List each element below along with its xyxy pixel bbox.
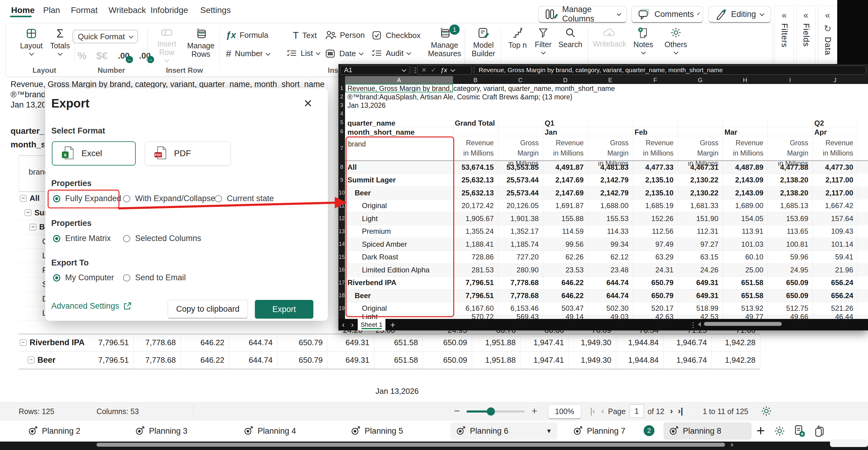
data-cell[interactable]: 49.14: [541, 315, 584, 319]
totals-button[interactable]: Σ Totals: [46, 27, 73, 56]
data-cell[interactable]: 644.74: [586, 289, 628, 302]
data-cell[interactable]: 1,352.17: [496, 225, 539, 238]
quick-format-dropdown[interactable]: Quick Format: [73, 30, 138, 43]
tab-planning-8[interactable]: Planning 8: [663, 422, 752, 440]
bottom-row-label[interactable]: Riverbend IPA: [30, 334, 85, 351]
data-cell[interactable]: 2,147.69: [541, 186, 584, 199]
close-icon[interactable]: ✕: [303, 97, 312, 110]
data-cell[interactable]: 153.69: [766, 212, 808, 225]
radio-entire-matrix[interactable]: Entire Matrix: [53, 234, 111, 243]
insert-row-button[interactable]: Insert Row: [151, 27, 183, 62]
data-cell[interactable]: 59.96: [766, 251, 808, 263]
tab-planning-2[interactable]: Planning 2: [23, 422, 99, 440]
data-cell[interactable]: 2,130.22: [676, 186, 718, 199]
next-page-button[interactable]: ›: [670, 406, 673, 416]
data-cell[interactable]: 651.58: [721, 276, 763, 289]
data-cell[interactable]: 100.81: [766, 238, 808, 251]
menu-item-plan[interactable]: Plan: [43, 5, 60, 15]
data-cell[interactable]: 649.31: [676, 276, 718, 289]
data-cell[interactable]: 650.09: [766, 289, 808, 302]
row-number-16[interactable]: 16: [338, 263, 345, 276]
data-cell[interactable]: 25,573.44: [496, 186, 539, 199]
data-cell[interactable]: 280.90: [496, 263, 539, 276]
data-cell[interactable]: 24.26: [676, 263, 718, 276]
data-cell[interactable]: 2,142.79: [586, 174, 628, 186]
data-cell[interactable]: 570.72: [452, 315, 494, 319]
comments-button[interactable]: Comments: [631, 6, 703, 23]
data-cell[interactable]: 113.65: [766, 225, 808, 238]
data-cell[interactable]: 49.66: [766, 315, 808, 319]
data-cell[interactable]: 99.56: [541, 238, 584, 251]
data-cell[interactable]: 2,135.10: [631, 186, 674, 199]
row-number-13[interactable]: 13: [338, 225, 345, 238]
data-cell[interactable]: 97.49: [631, 238, 674, 251]
data-cell[interactable]: 4,467.31: [676, 161, 718, 174]
column-header-H[interactable]: H: [723, 76, 768, 84]
data-cell[interactable]: 63.15: [676, 251, 718, 263]
zoom-in-button[interactable]: +: [531, 405, 537, 417]
data-cell[interactable]: 25,573.44: [496, 174, 539, 186]
radio-current-state[interactable]: Current state: [215, 194, 274, 203]
notes-button[interactable]: Notes: [629, 27, 657, 55]
data-cell[interactable]: 1,185.74: [496, 238, 539, 251]
data-cell[interactable]: 42.53: [676, 315, 718, 319]
date-button[interactable]: Date: [325, 48, 363, 59]
formula-input[interactable]: Revenue, Gross Margin by brand, category…: [474, 65, 866, 75]
row-number-7[interactable]: 7: [338, 136, 345, 161]
data-cell[interactable]: 649.31: [676, 289, 718, 302]
cancel-icon[interactable]: ✕: [421, 66, 427, 74]
advanced-settings-link[interactable]: Advanced Settings: [51, 302, 132, 311]
tab-dropdown-caret-icon[interactable]: ▼: [546, 428, 552, 434]
panel-tab-filters[interactable]: «Filters: [775, 5, 794, 73]
prev-sheet-button[interactable]: ‹: [342, 320, 345, 330]
radio-with-expand-collapse[interactable]: With Expand/Collapse: [123, 194, 215, 203]
menu-item-home[interactable]: Home: [11, 5, 35, 15]
status-gear-icon[interactable]: [761, 405, 772, 417]
data-cell[interactable]: 20,172.42: [452, 199, 494, 212]
text-button[interactable]: T Text: [293, 30, 317, 41]
data-cell[interactable]: 154.05: [721, 212, 763, 225]
data-cell[interactable]: 151.90: [676, 212, 718, 225]
data-cell[interactable]: 4,487.89: [721, 161, 763, 174]
list-button[interactable]: List: [286, 48, 320, 58]
column-header-C[interactable]: C: [498, 76, 543, 84]
data-cell[interactable]: 727.20: [496, 251, 539, 263]
increase-decimal-button[interactable]: .00 →: [139, 51, 151, 61]
data-cell[interactable]: 646.22: [541, 289, 584, 302]
data-cell[interactable]: 49.03: [586, 315, 628, 319]
data-cell[interactable]: 1,688.00: [586, 199, 628, 212]
zoom-level[interactable]: 100%: [548, 404, 581, 419]
data-cell[interactable]: 7,778.68: [496, 276, 539, 289]
data-cell[interactable]: 1,681.33: [676, 199, 718, 212]
column-header-B[interactable]: B: [453, 76, 498, 84]
row-number-19[interactable]: 19: [338, 302, 345, 315]
data-cell[interactable]: 59.41: [811, 251, 853, 263]
row-number-5[interactable]: 5: [338, 118, 345, 127]
percent-icon[interactable]: %: [78, 50, 87, 62]
data-cell[interactable]: 281.53: [452, 263, 494, 276]
data-cell[interactable]: 4,491.87: [541, 161, 584, 174]
collapse-box-icon[interactable]: −: [25, 209, 31, 216]
row-number-1[interactable]: 1: [338, 84, 345, 92]
data-cell[interactable]: 62.26: [541, 251, 584, 263]
decrease-decimal-button[interactable]: .00 ←: [118, 51, 130, 61]
export-button[interactable]: Export: [255, 300, 313, 319]
data-cell[interactable]: 113.91: [721, 225, 763, 238]
tab-planning-3[interactable]: Planning 3: [130, 422, 206, 440]
data-cell[interactable]: 2,138.20: [766, 174, 808, 186]
next-sheet-button[interactable]: ›: [351, 320, 354, 330]
data-cell[interactable]: 7,796.51: [452, 289, 494, 302]
others-button[interactable]: Others: [661, 27, 691, 55]
column-header-F[interactable]: F: [633, 76, 678, 84]
data-cell[interactable]: 656.24: [811, 276, 853, 289]
copy-to-clipboard-button[interactable]: Copy to clipboard: [168, 300, 248, 319]
filter-button[interactable]: Filter: [531, 27, 555, 55]
data-cell[interactable]: 109.43: [811, 225, 853, 238]
sheet-scrollbar-thumb[interactable]: [704, 322, 782, 326]
data-cell[interactable]: 4,481.83: [586, 161, 628, 174]
data-cell[interactable]: 114.33: [586, 225, 628, 238]
currency-icon[interactable]: $€: [96, 50, 108, 62]
data-cell[interactable]: 2,143.09: [721, 186, 763, 199]
data-cell[interactable]: 1,905.67: [452, 212, 494, 225]
data-cell[interactable]: 23.53: [541, 263, 584, 276]
